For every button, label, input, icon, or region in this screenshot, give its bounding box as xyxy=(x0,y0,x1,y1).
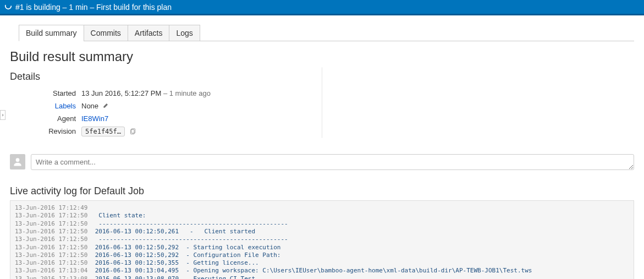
avatar xyxy=(10,154,25,169)
detail-agent: Agent IE8Win7 xyxy=(43,112,311,125)
log-heading: Live activity log for Default Job xyxy=(10,185,634,197)
page-title: Build result summary xyxy=(10,49,634,64)
comment-input[interactable] xyxy=(31,154,634,170)
labels-label[interactable]: Labels xyxy=(43,102,76,110)
details-heading: Details xyxy=(10,71,311,83)
comment-row xyxy=(10,154,634,170)
started-relative: – 1 minute ago xyxy=(161,89,211,97)
svg-point-0 xyxy=(5,3,12,9)
expand-sidebar-handle[interactable]: › xyxy=(0,110,5,120)
tab-commits[interactable]: Commits xyxy=(84,25,128,41)
svg-point-3 xyxy=(16,158,20,162)
tab-artifacts[interactable]: Artifacts xyxy=(128,25,170,41)
started-value: 13 Jun 2016, 5:12:27 PM xyxy=(81,89,161,97)
tab-build-summary[interactable]: Build summary xyxy=(19,25,84,41)
revision-label: Revision xyxy=(43,127,76,135)
labels-value: None xyxy=(81,102,98,110)
tabs: Build summary Commits Artifacts Logs xyxy=(19,24,634,41)
started-label: Started xyxy=(43,89,76,97)
pencil-icon[interactable] xyxy=(103,102,109,110)
spinner-icon xyxy=(4,2,12,12)
detail-revision: Revision 5fe1f45f… xyxy=(43,125,311,138)
copy-icon[interactable] xyxy=(129,128,136,135)
agent-link[interactable]: IE8Win7 xyxy=(81,114,108,123)
agent-label: Agent xyxy=(43,114,76,123)
detail-labels: Labels None xyxy=(43,100,311,112)
revision-hash[interactable]: 5fe1f45f… xyxy=(81,127,125,136)
build-status-banner: #1 is building – 1 min – First build for… xyxy=(0,0,644,15)
banner-text: #1 is building – 1 min – First build for… xyxy=(15,3,172,12)
tab-logs[interactable]: Logs xyxy=(169,25,200,41)
activity-log: 13-Jun-2016 17:12:49 13-Jun-2016 17:12:5… xyxy=(10,200,634,279)
details-list: Started 13 Jun 2016, 5:12:27 PM – 1 minu… xyxy=(43,87,311,138)
detail-started: Started 13 Jun 2016, 5:12:27 PM – 1 minu… xyxy=(43,87,311,100)
